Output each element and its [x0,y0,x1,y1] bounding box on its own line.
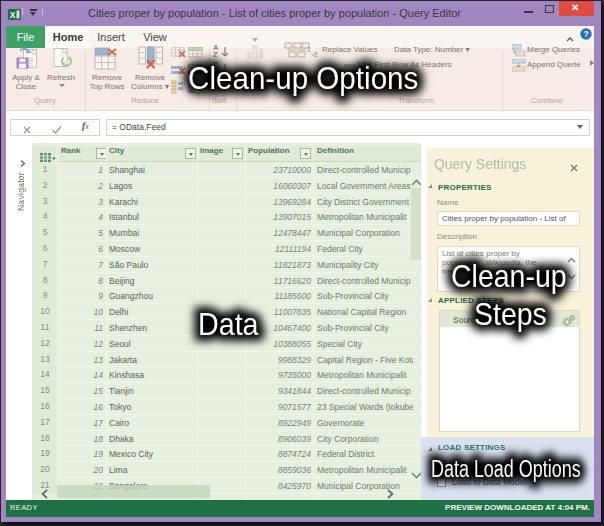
svg-text:X: X [10,10,16,20]
svg-text:1: 1 [307,46,311,53]
svg-text:?: ? [583,29,588,39]
